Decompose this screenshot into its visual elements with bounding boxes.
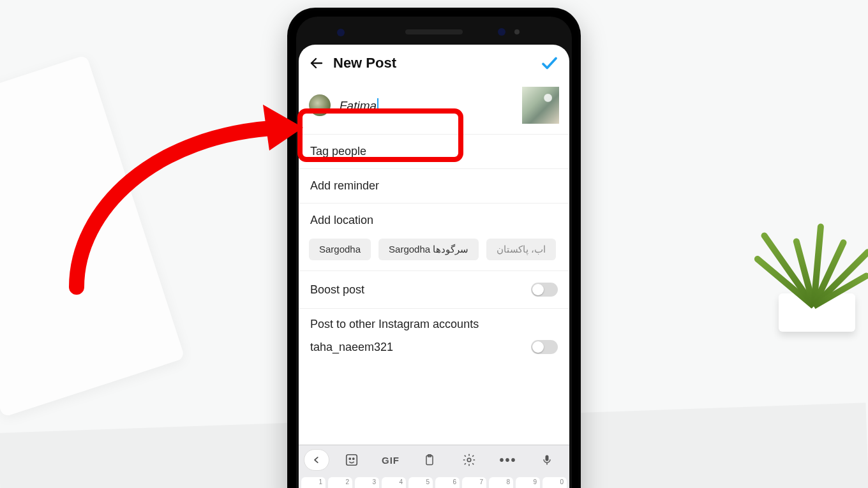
gif-icon[interactable]: GIF [371, 455, 410, 466]
location-suggestions: Sargodha Sargodha سرگودھا اب، پاکستان [299, 237, 569, 271]
key-w[interactable]: w2 [328, 477, 352, 488]
caption-input[interactable]: Fatima [340, 98, 513, 113]
key-q[interactable]: q1 [301, 477, 326, 488]
location-chip[interactable]: اب، پاکستان [486, 239, 556, 260]
soft-keyboard: GIF ••• q1 w2 e3 [299, 445, 569, 488]
phone-frame: New Post Fatima Tag people Add reminder [287, 8, 581, 488]
key-i[interactable]: i8 [489, 477, 513, 488]
location-chip[interactable]: Sargodha [309, 239, 371, 260]
sticker-icon[interactable] [332, 453, 371, 467]
caption-text: Fatima [340, 99, 377, 112]
back-icon[interactable] [309, 55, 324, 71]
account-toggle[interactable] [531, 340, 558, 354]
account-row: taha_naeem321 [299, 335, 569, 363]
svg-rect-7 [546, 455, 549, 461]
add-location-label: Add location [310, 214, 373, 227]
phone-sensor-bar [299, 19, 569, 45]
caption-row: Fatima [299, 79, 569, 135]
keyboard-row-1: q1 w2 e3 r4 t5 y6 u7 i8 o9 p0 [299, 475, 569, 488]
tag-people-label: Tag people [310, 145, 366, 158]
background-plant [760, 128, 868, 332]
other-accounts-section-title: Post to other Instagram accounts [299, 309, 569, 335]
svg-point-6 [467, 458, 471, 462]
app-header: New Post [299, 45, 569, 79]
key-e[interactable]: e3 [355, 477, 379, 488]
add-reminder-row[interactable]: Add reminder [299, 169, 569, 203]
boost-post-row: Boost post [299, 271, 569, 308]
text-cursor [377, 98, 378, 112]
clipboard-icon[interactable] [410, 454, 449, 466]
boost-post-label: Boost post [310, 283, 364, 297]
settings-gear-icon[interactable] [449, 453, 488, 467]
phone-screen: New Post Fatima Tag people Add reminder [299, 45, 569, 488]
add-reminder-label: Add reminder [310, 179, 379, 193]
background-card [0, 55, 185, 417]
keyboard-collapse-icon[interactable] [304, 449, 329, 471]
keyboard-toolbar: GIF ••• [299, 445, 569, 475]
avatar[interactable] [309, 94, 331, 116]
mic-icon[interactable] [528, 454, 567, 466]
svg-rect-1 [346, 455, 357, 466]
more-icon[interactable]: ••• [488, 453, 527, 468]
account-username: taha_naeem321 [310, 341, 393, 354]
post-thumbnail[interactable] [522, 87, 559, 124]
svg-point-3 [352, 458, 354, 459]
key-p[interactable]: p0 [542, 477, 567, 488]
svg-point-2 [349, 458, 350, 459]
location-chip[interactable]: Sargodha سرگودھا [378, 239, 479, 260]
confirm-check-icon[interactable] [540, 54, 559, 73]
page-title: New Post [333, 55, 396, 71]
key-u[interactable]: u7 [462, 477, 486, 488]
tag-people-row[interactable]: Tag people [299, 135, 569, 169]
key-y[interactable]: y6 [435, 477, 460, 488]
key-t[interactable]: t5 [408, 477, 433, 488]
add-location-row[interactable]: Add location [299, 203, 569, 237]
boost-post-toggle[interactable] [531, 283, 558, 297]
key-r[interactable]: r4 [382, 477, 406, 488]
key-o[interactable]: o9 [516, 477, 540, 488]
